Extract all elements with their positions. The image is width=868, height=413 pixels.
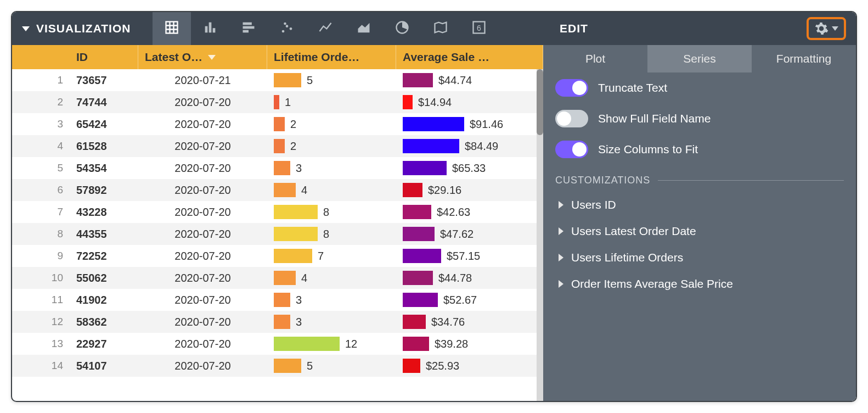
toggle-label: Show Full Field Name	[598, 112, 711, 125]
table-row[interactable]: 1 73657 2020-07-21 5 $44.74	[12, 69, 537, 91]
customization-label: Users Latest Order Date	[571, 225, 696, 238]
table-row[interactable]: 8 44355 2020-07-20 8 $47.62	[12, 223, 537, 245]
table-row[interactable]: 2 74744 2020-07-20 1 $14.94	[12, 91, 537, 113]
row-number: 4	[12, 135, 70, 157]
scrollbar-thumb[interactable]	[537, 69, 543, 135]
orders-bar	[274, 337, 340, 351]
bar-chart-icon	[241, 20, 256, 38]
cell-average-sale: $39.28	[396, 333, 537, 355]
customization-item[interactable]: Users Latest Order Date	[543, 218, 856, 244]
truncate-text-toggle[interactable]	[555, 79, 588, 97]
table-row[interactable]: 12 58362 2020-07-20 3 $34.76	[12, 311, 537, 333]
cell-latest-order: 2020-07-20	[138, 113, 267, 135]
column-header-rownumber[interactable]	[12, 45, 70, 69]
table-row[interactable]: 3 65424 2020-07-20 2 $91.46	[12, 113, 537, 135]
avg-value: $39.28	[435, 338, 468, 350]
avg-bar	[403, 293, 438, 307]
vis-type-group: 6	[153, 12, 498, 45]
avg-value: $52.67	[443, 294, 477, 306]
column-header-average-sale[interactable]: Average Sale …	[396, 45, 543, 69]
cell-id: 65424	[70, 113, 138, 135]
cell-latest-order: 2020-07-20	[138, 289, 267, 311]
size-columns-to-fit-toggle-row: Size Columns to Fit	[543, 134, 856, 165]
tab-plot[interactable]: Plot	[543, 45, 647, 72]
size-columns-to-fit-toggle[interactable]	[555, 141, 588, 158]
avg-value: $42.63	[437, 206, 470, 219]
orders-value: 5	[307, 74, 313, 87]
table-row[interactable]: 4 61528 2020-07-20 2 $84.49	[12, 135, 537, 157]
orders-bar	[274, 315, 290, 329]
table-row[interactable]: 9 72252 2020-07-20 7 $57.15	[12, 245, 537, 267]
customization-label: Users ID	[571, 198, 616, 211]
scrollbar[interactable]	[537, 69, 543, 401]
table-icon-button[interactable]	[153, 12, 191, 45]
pie-chart-icon-button[interactable]	[383, 12, 421, 45]
column-header-lifetime-orders[interactable]: Lifetime Orde…	[267, 45, 396, 69]
truncate-text-toggle-row: Truncate Text	[543, 72, 856, 103]
table-row[interactable]: 5 54354 2020-07-20 3 $65.33	[12, 157, 537, 179]
customization-item[interactable]: Order Items Average Sale Price	[543, 271, 856, 297]
settings-gear-dropdown[interactable]	[807, 17, 846, 40]
avg-bar	[403, 183, 422, 197]
svg-rect-5	[205, 26, 208, 32]
table-header-row: ID Latest O… Lifetime Orde… Average Sale…	[12, 45, 543, 69]
sort-desc-icon	[208, 55, 216, 60]
cell-id: 55062	[70, 267, 138, 289]
svg-point-12	[286, 25, 289, 27]
area-chart-icon-button[interactable]	[345, 12, 383, 45]
cell-id: 61528	[70, 135, 138, 157]
edit-label: EDIT	[549, 22, 588, 35]
pie-chart-icon	[394, 20, 410, 38]
avg-bar	[403, 227, 435, 241]
orders-bar	[274, 359, 301, 373]
table-row[interactable]: 7 43228 2020-07-20 8 $42.63	[12, 201, 537, 223]
caret-down-icon	[832, 26, 838, 31]
triangle-right-icon	[559, 254, 563, 261]
orders-value: 8	[323, 206, 329, 219]
row-number: 6	[12, 179, 70, 201]
cell-lifetime-orders: 5	[267, 69, 396, 91]
table-row[interactable]: 11 41902 2020-07-20 3 $52.67	[12, 289, 537, 311]
column-chart-icon-button[interactable]	[191, 12, 229, 45]
avg-bar	[403, 205, 431, 219]
avg-bar	[403, 315, 426, 329]
line-chart-icon-button[interactable]	[306, 12, 345, 45]
map-chart-icon-button[interactable]	[421, 12, 460, 45]
cell-lifetime-orders: 1	[267, 91, 396, 113]
avg-bar	[403, 73, 433, 87]
svg-marker-15	[358, 23, 370, 32]
cell-lifetime-orders: 4	[267, 267, 396, 289]
table-row[interactable]: 10 55062 2020-07-20 4 $44.78	[12, 267, 537, 289]
customization-item[interactable]: Users Lifetime Orders	[543, 244, 856, 271]
single-value-icon-button[interactable]: 6	[460, 12, 498, 45]
svg-rect-9	[243, 26, 255, 29]
table-row[interactable]: 14 54107 2020-07-20 5 $25.93	[12, 355, 537, 377]
cell-latest-order: 2020-07-20	[138, 179, 267, 201]
toggle-label: Truncate Text	[598, 81, 667, 94]
orders-value: 3	[296, 162, 302, 175]
customization-label: Order Items Average Sale Price	[571, 277, 733, 291]
topbar: VISUALIZATION 6 EDIT	[12, 12, 856, 45]
area-chart-icon	[356, 20, 371, 38]
show-full-field-name-toggle[interactable]	[555, 110, 588, 127]
scatter-chart-icon-button[interactable]	[268, 12, 306, 45]
column-header-id[interactable]: ID	[70, 45, 138, 69]
cell-id: 74744	[70, 91, 138, 113]
avg-value: $14.94	[418, 96, 452, 109]
orders-value: 3	[296, 316, 302, 328]
customization-item[interactable]: Users ID	[543, 192, 856, 218]
cell-average-sale: $57.15	[396, 245, 537, 267]
cell-lifetime-orders: 3	[267, 289, 396, 311]
table-row[interactable]: 13 22927 2020-07-20 12 $39.28	[12, 333, 537, 355]
cell-latest-order: 2020-07-20	[138, 157, 267, 179]
visualization-dropdown[interactable]: VISUALIZATION	[22, 22, 131, 35]
tab-formatting[interactable]: Formatting	[752, 45, 856, 72]
column-header-latest-order[interactable]: Latest O…	[138, 45, 267, 69]
cell-id: 41902	[70, 289, 138, 311]
avg-value: $65.33	[452, 162, 486, 175]
avg-value: $84.49	[465, 140, 498, 153]
tab-series[interactable]: Series	[647, 45, 752, 72]
bar-chart-icon-button[interactable]	[229, 12, 268, 45]
orders-value: 5	[307, 360, 313, 372]
table-row[interactable]: 6 57892 2020-07-20 4 $29.16	[12, 179, 537, 201]
